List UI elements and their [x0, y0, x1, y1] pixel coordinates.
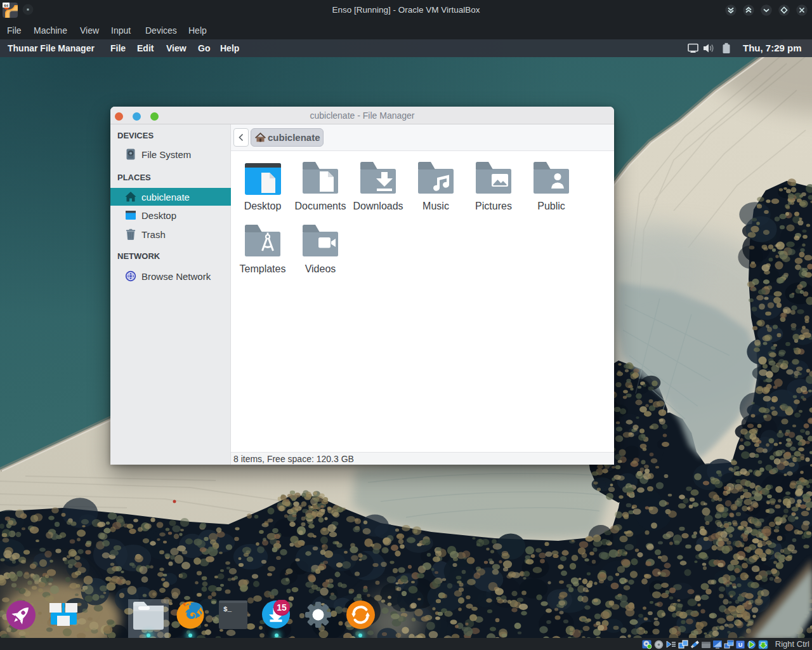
svg-text:15: 15	[277, 602, 287, 613]
svg-text:64: 64	[4, 4, 8, 8]
svg-text:U: U	[738, 642, 743, 648]
svg-text:$_: $_	[223, 606, 232, 613]
